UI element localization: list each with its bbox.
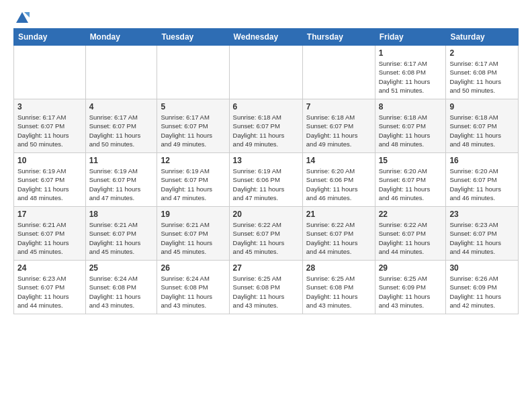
day-info: Sunrise: 6:17 AM Sunset: 6:08 PM Dayligh… xyxy=(449,59,515,95)
day-number: 5 xyxy=(161,102,225,111)
weekday-monday: Monday xyxy=(85,29,157,46)
day-cell: 25Sunrise: 6:24 AM Sunset: 6:08 PM Dayli… xyxy=(85,261,157,314)
day-info: Sunrise: 6:25 AM Sunset: 6:08 PM Dayligh… xyxy=(233,274,299,310)
day-cell: 1Sunrise: 6:17 AM Sunset: 6:08 PM Daylig… xyxy=(375,46,446,99)
day-number: 18 xyxy=(89,210,154,219)
logo xyxy=(13,11,30,23)
day-cell: 27Sunrise: 6:25 AM Sunset: 6:08 PM Dayli… xyxy=(229,261,302,314)
day-cell: 29Sunrise: 6:25 AM Sunset: 6:09 PM Dayli… xyxy=(375,261,446,314)
day-cell: 24Sunrise: 6:23 AM Sunset: 6:07 PM Dayli… xyxy=(14,261,86,314)
day-cell: 16Sunrise: 6:20 AM Sunset: 6:07 PM Dayli… xyxy=(446,153,519,207)
day-number: 7 xyxy=(306,102,371,111)
day-cell: 30Sunrise: 6:26 AM Sunset: 6:09 PM Dayli… xyxy=(446,261,519,314)
day-cell xyxy=(302,46,375,99)
weekday-tuesday: Tuesday xyxy=(157,29,229,46)
day-info: Sunrise: 6:25 AM Sunset: 6:09 PM Dayligh… xyxy=(379,274,443,310)
weekday-header-row: SundayMondayTuesdayWednesdayThursdayFrid… xyxy=(14,29,519,46)
week-row-1: 1Sunrise: 6:17 AM Sunset: 6:08 PM Daylig… xyxy=(14,46,519,99)
day-number: 17 xyxy=(17,210,82,219)
week-row-5: 24Sunrise: 6:23 AM Sunset: 6:07 PM Dayli… xyxy=(14,261,519,314)
day-number: 25 xyxy=(89,263,154,273)
day-info: Sunrise: 6:18 AM Sunset: 6:07 PM Dayligh… xyxy=(379,113,443,148)
weekday-wednesday: Wednesday xyxy=(229,29,302,46)
day-number: 4 xyxy=(89,102,154,111)
day-number: 20 xyxy=(233,210,299,219)
day-info: Sunrise: 6:18 AM Sunset: 6:07 PM Dayligh… xyxy=(449,113,515,148)
day-info: Sunrise: 6:18 AM Sunset: 6:07 PM Dayligh… xyxy=(233,113,299,148)
day-number: 14 xyxy=(306,156,371,165)
weekday-saturday: Saturday xyxy=(446,29,519,46)
day-cell xyxy=(85,46,157,99)
day-info: Sunrise: 6:19 AM Sunset: 6:07 PM Dayligh… xyxy=(161,167,225,202)
day-info: Sunrise: 6:21 AM Sunset: 6:07 PM Dayligh… xyxy=(89,220,154,256)
day-info: Sunrise: 6:19 AM Sunset: 6:06 PM Dayligh… xyxy=(233,167,299,202)
day-info: Sunrise: 6:20 AM Sunset: 6:06 PM Dayligh… xyxy=(306,167,371,202)
day-number: 23 xyxy=(449,210,515,219)
day-cell: 6Sunrise: 6:18 AM Sunset: 6:07 PM Daylig… xyxy=(229,99,302,153)
day-cell: 2Sunrise: 6:17 AM Sunset: 6:08 PM Daylig… xyxy=(446,46,519,99)
calendar-table: SundayMondayTuesdayWednesdayThursdayFrid… xyxy=(13,28,519,314)
day-info: Sunrise: 6:24 AM Sunset: 6:08 PM Dayligh… xyxy=(161,274,225,310)
day-number: 8 xyxy=(379,102,443,111)
day-cell: 13Sunrise: 6:19 AM Sunset: 6:06 PM Dayli… xyxy=(229,153,302,207)
day-number: 19 xyxy=(161,210,225,219)
day-info: Sunrise: 6:22 AM Sunset: 6:07 PM Dayligh… xyxy=(233,220,299,256)
day-number: 12 xyxy=(161,156,225,165)
day-info: Sunrise: 6:23 AM Sunset: 6:07 PM Dayligh… xyxy=(449,220,515,256)
svg-marker-1 xyxy=(24,12,30,17)
day-cell: 26Sunrise: 6:24 AM Sunset: 6:08 PM Dayli… xyxy=(157,261,229,314)
day-number: 15 xyxy=(379,156,443,165)
day-info: Sunrise: 6:18 AM Sunset: 6:07 PM Dayligh… xyxy=(306,113,371,148)
day-info: Sunrise: 6:17 AM Sunset: 6:07 PM Dayligh… xyxy=(89,113,154,148)
day-cell: 28Sunrise: 6:25 AM Sunset: 6:08 PM Dayli… xyxy=(302,261,375,314)
day-number: 22 xyxy=(379,210,443,219)
day-number: 26 xyxy=(161,263,225,273)
day-cell: 11Sunrise: 6:19 AM Sunset: 6:07 PM Dayli… xyxy=(85,153,157,207)
calendar-page: SundayMondayTuesdayWednesdayThursdayFrid… xyxy=(0,0,532,411)
day-info: Sunrise: 6:25 AM Sunset: 6:08 PM Dayligh… xyxy=(306,274,371,310)
day-cell: 17Sunrise: 6:21 AM Sunset: 6:07 PM Dayli… xyxy=(14,207,86,261)
day-cell: 20Sunrise: 6:22 AM Sunset: 6:07 PM Dayli… xyxy=(229,207,302,261)
day-info: Sunrise: 6:17 AM Sunset: 6:07 PM Dayligh… xyxy=(161,113,225,148)
week-row-3: 10Sunrise: 6:19 AM Sunset: 6:07 PM Dayli… xyxy=(14,153,519,207)
day-number: 24 xyxy=(17,263,82,273)
day-cell: 5Sunrise: 6:17 AM Sunset: 6:07 PM Daylig… xyxy=(157,99,229,153)
day-number: 27 xyxy=(233,263,299,273)
weekday-sunday: Sunday xyxy=(14,29,86,46)
day-info: Sunrise: 6:22 AM Sunset: 6:07 PM Dayligh… xyxy=(379,220,443,256)
day-info: Sunrise: 6:20 AM Sunset: 6:07 PM Dayligh… xyxy=(379,167,443,202)
day-number: 28 xyxy=(306,263,371,273)
day-cell xyxy=(229,46,302,99)
day-cell: 19Sunrise: 6:21 AM Sunset: 6:07 PM Dayli… xyxy=(157,207,229,261)
day-number: 9 xyxy=(449,102,515,111)
day-number: 29 xyxy=(379,263,443,273)
day-number: 13 xyxy=(233,156,299,165)
day-number: 3 xyxy=(17,102,82,111)
day-info: Sunrise: 6:17 AM Sunset: 6:08 PM Dayligh… xyxy=(379,59,443,95)
day-number: 6 xyxy=(233,102,299,111)
day-info: Sunrise: 6:20 AM Sunset: 6:07 PM Dayligh… xyxy=(449,167,515,202)
day-cell xyxy=(14,46,86,99)
day-cell: 14Sunrise: 6:20 AM Sunset: 6:06 PM Dayli… xyxy=(302,153,375,207)
day-cell: 23Sunrise: 6:23 AM Sunset: 6:07 PM Dayli… xyxy=(446,207,519,261)
day-info: Sunrise: 6:19 AM Sunset: 6:07 PM Dayligh… xyxy=(17,167,82,202)
day-cell: 8Sunrise: 6:18 AM Sunset: 6:07 PM Daylig… xyxy=(375,99,446,153)
day-cell: 22Sunrise: 6:22 AM Sunset: 6:07 PM Dayli… xyxy=(375,207,446,261)
day-cell: 9Sunrise: 6:18 AM Sunset: 6:07 PM Daylig… xyxy=(446,99,519,153)
day-info: Sunrise: 6:23 AM Sunset: 6:07 PM Dayligh… xyxy=(17,274,82,310)
weekday-friday: Friday xyxy=(375,29,446,46)
day-number: 1 xyxy=(379,48,443,58)
day-info: Sunrise: 6:24 AM Sunset: 6:08 PM Dayligh… xyxy=(89,274,154,310)
day-number: 10 xyxy=(17,156,82,165)
day-info: Sunrise: 6:19 AM Sunset: 6:07 PM Dayligh… xyxy=(89,167,154,202)
day-cell: 3Sunrise: 6:17 AM Sunset: 6:07 PM Daylig… xyxy=(14,99,86,153)
day-cell: 7Sunrise: 6:18 AM Sunset: 6:07 PM Daylig… xyxy=(302,99,375,153)
day-cell: 12Sunrise: 6:19 AM Sunset: 6:07 PM Dayli… xyxy=(157,153,229,207)
day-cell xyxy=(157,46,229,99)
day-number: 2 xyxy=(449,48,515,58)
day-number: 21 xyxy=(306,210,371,219)
day-info: Sunrise: 6:22 AM Sunset: 6:07 PM Dayligh… xyxy=(306,220,371,256)
logo-icon xyxy=(15,11,30,26)
header xyxy=(13,11,519,23)
week-row-2: 3Sunrise: 6:17 AM Sunset: 6:07 PM Daylig… xyxy=(14,99,519,153)
